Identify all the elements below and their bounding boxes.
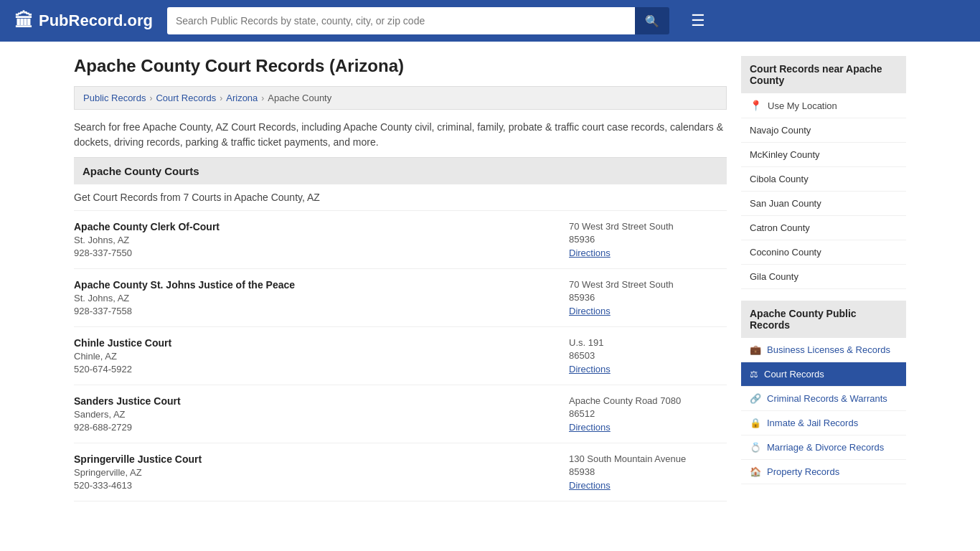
- sidebar-nearby-header: Court Records near Apache County: [741, 56, 906, 93]
- sidebar-public-records-item-2[interactable]: 🔗 Criminal Records & Warrants: [741, 387, 906, 411]
- court-address-0: 70 West 3rd Street South: [569, 221, 727, 232]
- court-directions-2[interactable]: Directions: [569, 364, 611, 375]
- court-left-0: Apache County Clerk Of-Court St. Johns, …: [74, 221, 569, 258]
- menu-button[interactable]: ☰: [691, 11, 705, 30]
- search-area: 🔍: [167, 7, 669, 34]
- court-address-2: U.s. 191: [569, 337, 727, 348]
- courts-count: Get Court Records from 7 Courts in Apach…: [74, 184, 727, 211]
- breadcrumb-current: Apache County: [268, 93, 331, 103]
- logo-text: PubRecord.org: [39, 11, 153, 30]
- sidebar-item-icon-4: 💍: [750, 442, 761, 453]
- sidebar-nearby-county-2[interactable]: Cibola County: [741, 167, 906, 192]
- sidebar-nearby-county-5[interactable]: Coconino County: [741, 240, 906, 265]
- court-entry: Springerville Justice Court Springervill…: [74, 443, 727, 501]
- sidebar-item-label-0: Business Licenses & Records: [767, 344, 890, 355]
- sidebar-nearby-county-4[interactable]: Catron County: [741, 216, 906, 240]
- court-phone-0: 928-337-7550: [74, 248, 569, 258]
- use-location-label: Use My Location: [768, 100, 837, 111]
- sidebar-item-label-3: Inmate & Jail Records: [767, 418, 858, 428]
- court-address-1: 70 West 3rd Street South: [569, 279, 727, 290]
- sidebar-item-icon-1: ⚖: [750, 369, 758, 380]
- court-left-1: Apache County St. Johns Justice of the P…: [74, 279, 569, 316]
- court-city-0: St. Johns, AZ: [74, 235, 569, 245]
- content-area: Apache County Court Records (Arizona) Pu…: [74, 56, 727, 501]
- court-entry: Chinle Justice Court Chinle, AZ 520-674-…: [74, 327, 727, 385]
- court-right-3: Apache County Road 7080 86512 Directions: [569, 395, 727, 433]
- court-left-4: Springerville Justice Court Springervill…: [74, 453, 569, 491]
- court-right-2: U.s. 191 86503 Directions: [569, 337, 727, 375]
- court-zip-2: 86503: [569, 350, 727, 361]
- court-name-3: Sanders Justice Court: [74, 395, 569, 407]
- main-container: Apache County Court Records (Arizona) Pu…: [60, 42, 920, 516]
- public-records-list: 💼 Business Licenses & Records ⚖ Court Re…: [741, 338, 906, 484]
- logo-icon: 🏛: [14, 10, 33, 32]
- breadcrumb-arizona[interactable]: Arizona: [226, 93, 258, 103]
- court-city-2: Chinle, AZ: [74, 351, 569, 362]
- court-phone-1: 928-337-7558: [74, 306, 569, 316]
- court-zip-4: 85938: [569, 466, 727, 477]
- sidebar-public-records-item-0[interactable]: 💼 Business Licenses & Records: [741, 338, 906, 362]
- sidebar-public-records-item-1[interactable]: ⚖ Court Records: [741, 362, 906, 387]
- court-directions-4[interactable]: Directions: [569, 480, 611, 491]
- search-button[interactable]: 🔍: [635, 7, 669, 34]
- court-zip-0: 85936: [569, 234, 727, 245]
- sidebar-use-location[interactable]: 📍 Use My Location: [741, 93, 906, 118]
- court-directions-1[interactable]: Directions: [569, 306, 611, 316]
- court-city-1: St. Johns, AZ: [74, 293, 569, 303]
- court-right-0: 70 West 3rd Street South 85936 Direction…: [569, 221, 727, 258]
- sidebar-nearby-county-6[interactable]: Gila County: [741, 265, 906, 289]
- court-name-1: Apache County St. Johns Justice of the P…: [74, 279, 569, 291]
- location-pin-icon: 📍: [750, 100, 762, 111]
- court-left-2: Chinle Justice Court Chinle, AZ 520-674-…: [74, 337, 569, 375]
- court-name-4: Springerville Justice Court: [74, 453, 569, 465]
- court-zip-1: 85936: [569, 292, 727, 303]
- court-phone-3: 928-688-2729: [74, 422, 569, 433]
- breadcrumb: Public Records › Court Records › Arizona…: [74, 86, 727, 110]
- breadcrumb-sep-3: ›: [261, 93, 264, 103]
- sidebar-nearby-section: Court Records near Apache County 📍 Use M…: [741, 56, 906, 289]
- court-address-3: Apache County Road 7080: [569, 395, 727, 406]
- court-directions-3[interactable]: Directions: [569, 422, 611, 433]
- sidebar-public-records-item-3[interactable]: 🔒 Inmate & Jail Records: [741, 411, 906, 435]
- sidebar-item-label-5: Property Records: [767, 466, 839, 477]
- court-right-1: 70 West 3rd Street South 85936 Direction…: [569, 279, 727, 316]
- site-header: 🏛 PubRecord.org 🔍 ☰: [0, 0, 980, 42]
- courts-section-header: Apache County Courts: [74, 158, 727, 184]
- search-input[interactable]: [167, 7, 635, 34]
- court-zip-3: 86512: [569, 408, 727, 419]
- court-name-0: Apache County Clerk Of-Court: [74, 221, 569, 232]
- court-phone-4: 520-333-4613: [74, 480, 569, 491]
- sidebar-item-icon-2: 🔗: [750, 393, 761, 404]
- court-address-4: 130 South Mountain Avenue: [569, 453, 727, 464]
- sidebar-item-icon-5: 🏠: [750, 466, 761, 477]
- court-left-3: Sanders Justice Court Sanders, AZ 928-68…: [74, 395, 569, 433]
- breadcrumb-court-records[interactable]: Court Records: [156, 93, 216, 103]
- court-entry: Apache County Clerk Of-Court St. Johns, …: [74, 211, 727, 269]
- sidebar-item-icon-0: 💼: [750, 344, 761, 355]
- sidebar-item-label-1: Court Records: [764, 369, 824, 380]
- sidebar-public-records-section: Apache County Public Records 💼 Business …: [741, 301, 906, 484]
- court-right-4: 130 South Mountain Avenue 85938 Directio…: [569, 453, 727, 491]
- court-directions-0[interactable]: Directions: [569, 248, 611, 258]
- sidebar-nearby-county-0[interactable]: Navajo County: [741, 118, 906, 143]
- sidebar-public-records-header: Apache County Public Records: [741, 301, 906, 338]
- sidebar-public-records-item-4[interactable]: 💍 Marriage & Divorce Records: [741, 435, 906, 460]
- court-entry: Sanders Justice Court Sanders, AZ 928-68…: [74, 385, 727, 443]
- sidebar-item-label-2: Criminal Records & Warrants: [767, 393, 887, 404]
- page-description: Search for free Apache County, AZ Court …: [74, 110, 727, 158]
- sidebar-nearby-county-3[interactable]: San Juan County: [741, 192, 906, 216]
- sidebar: Court Records near Apache County 📍 Use M…: [741, 56, 906, 501]
- court-name-2: Chinle Justice Court: [74, 337, 569, 349]
- sidebar-public-records-item-5[interactable]: 🏠 Property Records: [741, 460, 906, 484]
- sidebar-item-label-4: Marriage & Divorce Records: [767, 442, 884, 453]
- nearby-counties-list: Navajo CountyMcKinley CountyCibola Count…: [741, 118, 906, 289]
- site-logo[interactable]: 🏛 PubRecord.org: [14, 10, 153, 32]
- court-entry: Apache County St. Johns Justice of the P…: [74, 269, 727, 327]
- breadcrumb-sep-1: ›: [149, 93, 152, 103]
- court-city-4: Springerville, AZ: [74, 467, 569, 478]
- breadcrumb-public-records[interactable]: Public Records: [83, 93, 146, 103]
- breadcrumb-sep-2: ›: [220, 93, 222, 103]
- court-city-3: Sanders, AZ: [74, 409, 569, 420]
- court-phone-2: 520-674-5922: [74, 364, 569, 375]
- sidebar-nearby-county-1[interactable]: McKinley County: [741, 143, 906, 167]
